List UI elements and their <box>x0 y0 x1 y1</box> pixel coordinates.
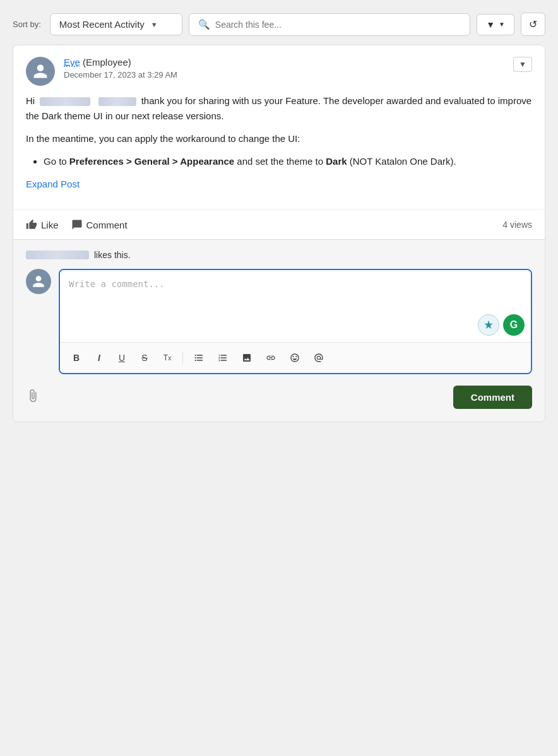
bullet-prefix: Go to <box>44 156 69 167</box>
post-header: Eve (Employee) December 17, 2023 at 3:29… <box>13 45 545 93</box>
attach-icon[interactable] <box>26 389 40 406</box>
ai-icons: G <box>478 314 525 336</box>
comment-row: G B I U S Tx <box>26 269 532 374</box>
comment-textarea[interactable] <box>60 270 531 340</box>
user-avatar-icon <box>32 63 49 80</box>
bullet-end: (NOT Katalon One Dark). <box>347 156 456 167</box>
post-date: December 17, 2023 at 3:29 AM <box>64 70 177 80</box>
like-button[interactable]: Like <box>26 216 59 233</box>
like-label: Like <box>41 220 59 230</box>
comment-text-wrapper: G <box>60 270 531 342</box>
bullet-list-button[interactable] <box>188 348 210 368</box>
post-actions: Like Comment 4 views <box>13 210 545 239</box>
refresh-button[interactable]: ↺ <box>521 13 545 36</box>
toolbar-separator-1 <box>182 351 183 364</box>
sort-value: Most Recent Activity <box>59 19 145 30</box>
filter-icon: ▼ <box>486 20 495 30</box>
sparkle-ai-icon[interactable] <box>478 314 499 336</box>
post-menu-button[interactable]: ▼ <box>513 57 532 72</box>
chevron-down-icon: ▼ <box>151 21 158 28</box>
comment-input-area: G B I U S Tx <box>59 269 532 374</box>
sort-label: Sort by: <box>13 20 41 29</box>
post-paragraph-2: In the meantime, you can apply the worka… <box>26 131 532 146</box>
comment-section: likes this. G <box>13 239 545 422</box>
filter-dropdown-arrow: ▼ <box>499 21 505 28</box>
author-name[interactable]: Eve <box>64 57 80 68</box>
redacted-name-1 <box>40 97 90 106</box>
author-info: Eve (Employee) December 17, 2023 at 3:29… <box>64 57 177 80</box>
grammarly-icon[interactable]: G <box>503 314 525 336</box>
redacted-liker <box>26 251 89 259</box>
author-name-row: Eve (Employee) <box>64 57 177 68</box>
search-input[interactable] <box>215 20 461 30</box>
ordered-list-button[interactable] <box>212 348 234 368</box>
emoji-button[interactable] <box>284 348 306 368</box>
comment-submit-button[interactable]: Comment <box>453 386 532 409</box>
bullet-bold-2: Dark <box>326 156 347 167</box>
link-button[interactable] <box>260 348 282 368</box>
comment-toolbar: B I U S Tx <box>60 342 531 373</box>
likes-bar: likes this. <box>26 250 532 260</box>
comment-label: Comment <box>86 220 128 230</box>
commenter-avatar-icon <box>32 275 45 288</box>
search-box[interactable]: 🔍 <box>189 13 470 36</box>
image-button[interactable] <box>236 348 258 368</box>
post-card: Eve (Employee) December 17, 2023 at 3:29… <box>13 45 545 422</box>
comment-avatar <box>26 269 51 294</box>
bullet-bold-1: Preferences > General > Appearance <box>69 156 234 167</box>
bullet-mid: and set the theme to <box>234 156 326 167</box>
strikethrough-button[interactable]: S <box>134 348 155 368</box>
post-header-left: Eve (Employee) December 17, 2023 at 3:29… <box>26 57 177 86</box>
author-role: (Employee) <box>80 57 131 68</box>
expand-post-link[interactable]: Expand Post <box>26 177 532 192</box>
sort-dropdown[interactable]: Most Recent Activity ▼ <box>50 13 182 35</box>
post-bullet-list: Go to Preferences > General > Appearance… <box>44 154 532 169</box>
comment-footer: Comment <box>26 377 532 411</box>
refresh-icon: ↺ <box>529 18 537 30</box>
likes-suffix: likes this. <box>94 250 131 260</box>
clear-format-button[interactable]: Tx <box>157 348 177 368</box>
italic-button[interactable]: I <box>89 348 109 368</box>
views-count: 4 views <box>502 220 532 230</box>
post-bullet-item: Go to Preferences > General > Appearance… <box>44 154 532 169</box>
avatar <box>26 57 55 86</box>
underline-button[interactable]: U <box>112 348 132 368</box>
comment-bubble-icon <box>71 219 83 230</box>
mention-button[interactable] <box>308 348 329 368</box>
post-body: Hi thank you for sharing with us your Fe… <box>13 93 545 210</box>
comment-action-button[interactable]: Comment <box>71 216 128 233</box>
top-bar: Sort by: Most Recent Activity ▼ 🔍 ▼ ▼ ↺ <box>13 13 545 36</box>
post-paragraph-1: Hi thank you for sharing with us your Fe… <box>26 93 532 124</box>
search-icon: 🔍 <box>198 19 210 30</box>
redacted-name-2 <box>98 97 136 106</box>
thumbs-up-icon <box>26 219 37 230</box>
filter-button[interactable]: ▼ ▼ <box>477 14 514 35</box>
bold-button[interactable]: B <box>66 348 86 368</box>
